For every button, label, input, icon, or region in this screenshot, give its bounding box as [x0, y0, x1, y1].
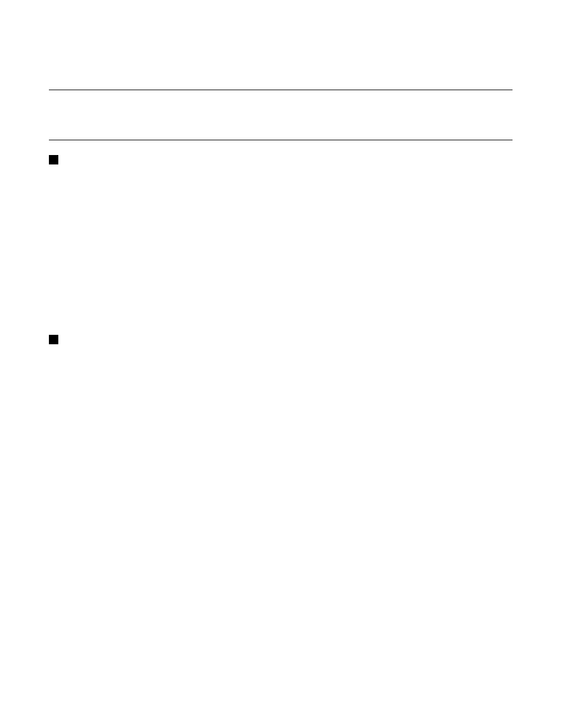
bullet-square-icon: [49, 155, 58, 164]
horizontal-rule-top: [49, 90, 513, 90]
bullet-square-icon: [49, 335, 58, 344]
horizontal-rule-bottom: [49, 140, 513, 140]
